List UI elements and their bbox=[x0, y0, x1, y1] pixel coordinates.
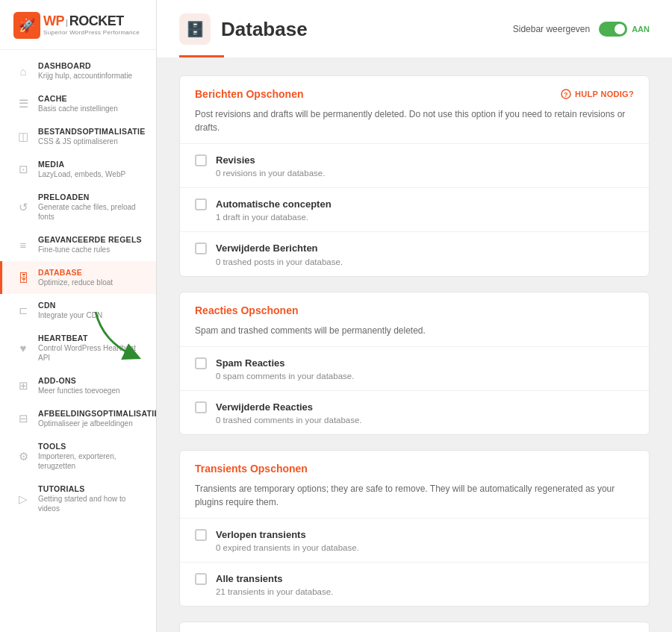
toggle-switch[interactable]: AAN bbox=[599, 22, 650, 37]
page-title-row: 🗄️ Database bbox=[179, 13, 308, 45]
nav-sub-tools: Importeren, exporteren, terugzetten bbox=[38, 451, 143, 471]
nav-sub-preloaden: Generate cache files, preload fonts bbox=[38, 202, 143, 222]
option-row-verlopen-transients: Verlopen transients 0 expired transients… bbox=[180, 518, 649, 562]
sidebar-item-tools[interactable]: ⚙ TOOLS Importeren, exporteren, terugzet… bbox=[0, 435, 156, 478]
option-label-verlopen-transients: Verlopen transients bbox=[216, 528, 359, 542]
sidebar: 🚀 WP | ROCKET Superior WordPress Perform… bbox=[0, 0, 157, 632]
nav-text-preloaden: PRELOADEN Generate cache files, preload … bbox=[38, 193, 143, 222]
nav-label-afbeeldingsoptimalisatie: AFBEELDINGSOPTIMALISATIE bbox=[38, 409, 156, 418]
nav-text-media: MEDIA LazyLoad, embeds, WebP bbox=[38, 160, 143, 179]
toggle-pill[interactable] bbox=[599, 22, 627, 37]
nav-icon-tutorials: ▷ bbox=[16, 492, 31, 507]
nav-icon-cache: ☰ bbox=[16, 96, 31, 111]
section-desc-berichten-opschonen: Post revisions and drafts will be perman… bbox=[180, 107, 649, 143]
page-title: Database bbox=[221, 18, 308, 41]
section-title-reacties-opschonen: Reacties Opschonen bbox=[195, 304, 299, 316]
logo-text: WP | ROCKET Superior WordPress Performan… bbox=[43, 14, 140, 37]
checkbox-revisies[interactable] bbox=[195, 154, 207, 166]
svg-text:?: ? bbox=[564, 91, 568, 98]
nav-text-heartbeat: HEARTBEAT Control WordPress Heartbeat AP… bbox=[38, 334, 143, 363]
logo-icon: 🚀 bbox=[13, 12, 40, 39]
nav-icon-afbeeldingsoptimalisatie: ⊟ bbox=[16, 411, 31, 426]
section-reacties-opschonen: Reacties Opschonen Spam and trashed comm… bbox=[179, 292, 650, 435]
checkbox-verwijderde-berichten[interactable] bbox=[195, 243, 207, 254]
nav-sub-media: LazyLoad, embeds, WebP bbox=[38, 169, 143, 179]
option-text-automatische-concepten: Automatische concepten 1 draft in your d… bbox=[216, 198, 332, 222]
checkbox-verlopen-transients[interactable] bbox=[195, 529, 207, 541]
nav-sub-dashboard: Krijg hulp, accountinformatie bbox=[38, 71, 143, 81]
nav-label-tools: TOOLS bbox=[38, 442, 143, 451]
checkbox-alle-transients[interactable] bbox=[195, 573, 207, 585]
nav-sub-geavanceerde-regels: Fine-tune cache rules bbox=[38, 245, 143, 254]
option-label-spam-reacties: Spam Reacties bbox=[216, 357, 354, 370]
sidebar-toggle-label[interactable]: Sidebar weergeven bbox=[513, 24, 590, 34]
sidebar-item-heartbeat[interactable]: ♥ HEARTBEAT Control WordPress Heartbeat … bbox=[0, 327, 156, 369]
sidebar-item-media[interactable]: ⊡ MEDIA LazyLoad, embeds, WebP bbox=[0, 153, 156, 186]
sidebar-item-bestandsoptimalisatie[interactable]: ◫ BESTANDSOPTIMALISATIE CSS & JS optimal… bbox=[0, 120, 156, 153]
option-text-verwijderde-berichten: Verwijderde Berichten 0 trashed posts in… bbox=[216, 242, 343, 266]
option-sub-spam-reacties: 0 spam comments in your database. bbox=[216, 372, 354, 381]
nav-sub-database: Optimize, reduce bloat bbox=[38, 278, 143, 287]
option-text-spam-reacties: Spam Reacties 0 spam comments in your da… bbox=[216, 357, 354, 381]
nav-icon-database: 🗄 bbox=[16, 270, 31, 285]
section-header-reacties-opschonen: Reacties Opschonen bbox=[180, 292, 649, 324]
help-icon: ? bbox=[561, 89, 571, 99]
nav-icon-bestandsoptimalisatie: ◫ bbox=[16, 129, 31, 144]
option-label-verwijderde-reacties: Verwijderde Reacties bbox=[216, 401, 362, 414]
nav-text-tools: TOOLS Importeren, exporteren, terugzette… bbox=[38, 442, 143, 471]
header-right: Sidebar weergeven AAN bbox=[513, 22, 650, 37]
sidebar-item-preloaden[interactable]: ↺ PRELOADEN Generate cache files, preloa… bbox=[0, 186, 156, 228]
option-label-revisies: Revisies bbox=[216, 154, 325, 167]
logo-wp: WP bbox=[43, 14, 64, 29]
sidebar-item-tutorials[interactable]: ▷ TUTORIALS Getting started and how to v… bbox=[0, 478, 156, 520]
sidebar-item-dashboard[interactable]: ⌂ DASHBOARD Krijg hulp, accountinformati… bbox=[0, 54, 156, 87]
nav-label-add-ons: ADD-ONS bbox=[38, 376, 143, 385]
nav-icon-preloaden: ↺ bbox=[16, 200, 31, 215]
section-header-database-opschonen: Database opschonen bbox=[180, 622, 649, 632]
option-sub-verwijderde-reacties: 0 trashed comments in your database. bbox=[216, 416, 362, 425]
option-row-spam-reacties: Spam Reacties 0 spam comments in your da… bbox=[180, 346, 649, 390]
section-title-berichten-opschonen: Berichten Opschonen bbox=[195, 88, 303, 100]
nav-text-tutorials: TUTORIALS Getting started and how to vid… bbox=[38, 484, 143, 513]
option-row-automatische-concepten: Automatische concepten 1 draft in your d… bbox=[180, 187, 649, 231]
nav-sub-afbeeldingsoptimalisatie: Optimaliseer je afbeeldingen bbox=[38, 419, 156, 428]
help-link-berichten-opschonen[interactable]: ? HULP NODIG? bbox=[561, 89, 634, 99]
nav-text-database: DATABASE Optimize, reduce bloat bbox=[38, 268, 143, 287]
content-area: Berichten Opschonen ? HULP NODIG? Post r… bbox=[157, 57, 672, 632]
option-sub-verlopen-transients: 0 expired transients in your database. bbox=[216, 543, 359, 552]
nav-label-tutorials: TUTORIALS bbox=[38, 484, 143, 493]
nav-label-geavanceerde-regels: GEAVANCEERDE REGELS bbox=[38, 235, 143, 244]
nav-label-database: DATABASE bbox=[38, 268, 143, 277]
nav-sub-cdn: Integrate your CDN bbox=[38, 310, 143, 320]
logo-tagline: Superior WordPress Performance bbox=[43, 30, 140, 37]
sidebar-item-add-ons[interactable]: ⊞ ADD-ONS Meer functies toevoegen bbox=[0, 369, 156, 402]
sidebar-item-database[interactable]: 🗄 DATABASE Optimize, reduce bloat bbox=[0, 261, 156, 294]
toggle-label: AAN bbox=[632, 25, 650, 34]
option-text-verwijderde-reacties: Verwijderde Reacties 0 trashed comments … bbox=[216, 401, 362, 425]
sidebar-item-afbeeldingsoptimalisatie[interactable]: ⊟ AFBEELDINGSOPTIMALISATIE Optimaliseer … bbox=[0, 402, 156, 435]
section-header-berichten-opschonen: Berichten Opschonen ? HULP NODIG? bbox=[180, 76, 649, 107]
logo-rocket-text: ROCKET bbox=[69, 14, 124, 29]
sidebar-item-cache[interactable]: ☰ CACHE Basis cache instellingen bbox=[0, 87, 156, 120]
nav-text-dashboard: DASHBOARD Krijg hulp, accountinformatie bbox=[38, 61, 143, 81]
nav-label-dashboard: DASHBOARD bbox=[38, 61, 143, 70]
section-desc-reacties-opschonen: Spam and trashed comments will be perman… bbox=[180, 324, 649, 346]
option-sub-automatische-concepten: 1 draft in your database. bbox=[216, 213, 332, 222]
checkbox-automatische-concepten[interactable] bbox=[195, 198, 207, 210]
option-row-alle-transients: Alle transients 21 transients in your da… bbox=[180, 562, 649, 606]
nav-icon-geavanceerde-regels: ≡ bbox=[16, 237, 31, 252]
nav-label-bestandsoptimalisatie: BESTANDSOPTIMALISATIE bbox=[38, 127, 146, 136]
nav-icon-add-ons: ⊞ bbox=[16, 378, 31, 393]
checkbox-spam-reacties[interactable] bbox=[195, 357, 207, 369]
sidebar-item-geavanceerde-regels[interactable]: ≡ GEAVANCEERDE REGELS Fine-tune cache ru… bbox=[0, 228, 156, 261]
main-header: 🗄️ Database Sidebar weergeven AAN bbox=[157, 0, 672, 57]
option-text-revisies: Revisies 0 revisions in your database. bbox=[216, 154, 325, 178]
section-transients-opschonen: Transients Opschonen Transients are temp… bbox=[179, 450, 650, 607]
option-row-verwijderde-berichten: Verwijderde Berichten 0 trashed posts in… bbox=[180, 231, 649, 275]
nav-sub-heartbeat: Control WordPress Heartbeat API bbox=[38, 343, 143, 363]
sidebar-item-cdn[interactable]: ⊏ CDN Integrate your CDN bbox=[0, 294, 156, 327]
sidebar-nav: ⌂ DASHBOARD Krijg hulp, accountinformati… bbox=[0, 50, 156, 632]
nav-label-cdn: CDN bbox=[38, 301, 143, 310]
checkbox-verwijderde-reacties[interactable] bbox=[195, 401, 207, 413]
logo: 🚀 WP | ROCKET Superior WordPress Perform… bbox=[13, 12, 140, 39]
